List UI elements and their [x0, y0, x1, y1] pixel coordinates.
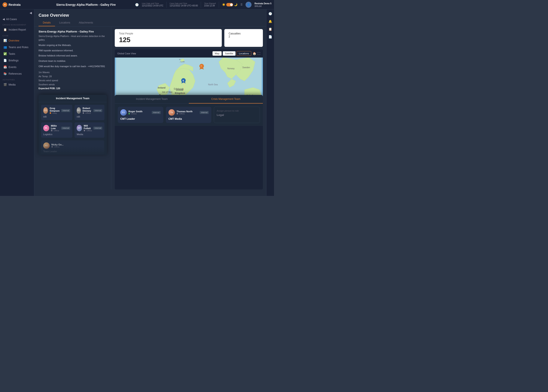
briefings-icon: 📄: [3, 59, 7, 62]
tab-locations[interactable]: Locations: [55, 20, 74, 26]
case-datetime: Case Date and Time 12/12/2022 14:59 UTC+…: [170, 2, 198, 7]
team-member-greg: GS Greg Simpson Away I: [41, 105, 72, 120]
teams-tab-imt[interactable]: Incident Management Team: [115, 95, 189, 104]
member-name-millie: Millie Low: [51, 125, 61, 130]
sidebar-item-references[interactable]: 📚 References: [1, 70, 33, 77]
member-name-robert: Robert Denney: [83, 107, 93, 112]
member-name-nicky: Nicky Go...: [51, 143, 64, 146]
sidebar-collapse-btn[interactable]: ◀: [0, 9, 34, 16]
team-member-millie: ML Millie Low Offline: [41, 122, 72, 138]
global-case-label: Global Case View: [117, 52, 136, 55]
avatar-will: WF: [77, 125, 82, 131]
sign-out-link[interactable]: Sign out: [254, 5, 271, 7]
map-btn-locations[interactable]: Locations: [237, 51, 251, 56]
svg-text:Ireland: Ireland: [158, 86, 166, 89]
platform-title: Sierra Energy Alpha Platform - Galley Fi…: [37, 3, 135, 7]
casualties-label: Casualties: [229, 32, 259, 35]
assign-card-legal[interactable]: Assign person to role Legal: [214, 107, 260, 123]
right-panel-bell-icon[interactable]: 🔔: [267, 19, 273, 24]
right-panel-history-icon[interactable]: 🕐: [267, 11, 273, 16]
member-status-millie: Offline: [51, 130, 61, 132]
sidebar-item-tasks[interactable]: ✅ Tasks: [1, 51, 33, 57]
badge-robert: Internal: [93, 109, 102, 112]
member-name-will: Will Follett: [84, 125, 93, 130]
role-thomas: CMT Media: [168, 117, 209, 120]
team-member-robert: RD Robert Denney Offline: [74, 105, 104, 120]
member-name-roger: Roger Smith: [129, 110, 142, 113]
tab-details[interactable]: Details: [38, 20, 55, 26]
right-panel-clipboard-icon[interactable]: 📋: [267, 27, 273, 32]
overview-content: Sierra Energy Alpha Platform - Galley Fi…: [34, 27, 266, 189]
avatar-nicky: NG: [43, 142, 50, 149]
sidebar: ◀ ◀ All Cases CRISIS MANAGEMENT 📋 Incide…: [0, 9, 34, 196]
role-robert: HR: [77, 115, 102, 118]
svg-text:!: !: [201, 65, 202, 67]
sidebar-item-teams-roles[interactable]: 👥 Teams and Roles: [1, 44, 33, 50]
user-info: Restrata Demo 5 Sign out: [254, 2, 271, 7]
detail-panel: Sierra Energy Alpha Platform - Galley Fi…: [34, 27, 111, 189]
member-status-will: Offline: [84, 130, 93, 132]
case-notes: Muster ongoing at the lifeboats. RMI top…: [38, 43, 107, 68]
theme-toggle[interactable]: ☀️ 🌙: [222, 3, 238, 7]
sidebar-item-incident-report[interactable]: 📋 Incident Report: [1, 27, 33, 33]
note-4: Onshore team to mobilise.: [38, 59, 107, 63]
note-1: Muster ongoing at the lifeboats.: [38, 43, 107, 47]
avatar-thomas: TN: [168, 109, 175, 116]
total-people-label: Total People: [119, 32, 217, 35]
sidebar-item-media[interactable]: 🎬 Media: [1, 82, 33, 88]
waves: 1m Waves: [38, 70, 107, 74]
role-roger: CMT Leader: [120, 117, 161, 120]
all-cases-link[interactable]: ◀ All Cases: [0, 16, 34, 22]
member-status-roger: Online: [129, 113, 142, 115]
assign-role: Legal: [217, 113, 257, 117]
badge-millie: Internal: [61, 126, 70, 130]
user-datetime: User Date and Time 12/12/2022 14:59 UTC: [142, 2, 163, 7]
casualties-card: Casualties 2: [224, 29, 263, 47]
team-member-will: WF Will Follett Offline: [74, 122, 104, 138]
crisis-management-section: CRISIS MANAGEMENT: [0, 22, 34, 26]
map-controls: Map Satellite Locations: [212, 51, 251, 56]
tabs-row: Details Locations Attachments: [34, 20, 266, 27]
sidebar-item-overview[interactable]: 📊 Overview: [1, 37, 33, 44]
map-container[interactable]: Norway Sweden Denmark United Kingdom Edi…: [115, 57, 263, 126]
total-people-value: 125: [119, 36, 217, 44]
map-fullscreen-icon[interactable]: ⛶: [258, 52, 260, 55]
map-header: Global Case View Map Satellite Locations…: [115, 49, 263, 57]
teams-tabs: Incident Management Team Crisis Manageme…: [115, 95, 263, 104]
status-dot-away: [50, 112, 51, 114]
badge-will: Internal: [93, 126, 102, 130]
stats-row: Total People 125 Casualties 2: [111, 27, 266, 49]
avatar-millie: ML: [43, 125, 49, 131]
case-description: Sierra Energy Alpha Platform - Heat and …: [38, 35, 107, 42]
member-status-greg: Away: [50, 112, 61, 114]
svg-text:Isle of Man: Isle of Man: [162, 91, 173, 93]
time-elapsed: Time Elapsed 215d 12:39: [204, 2, 216, 7]
top-header: R Restrata Sierra Energy Alpha Platform …: [0, 0, 274, 9]
svg-text:Norway: Norway: [227, 67, 235, 70]
map-btn-satellite[interactable]: Satellite: [223, 51, 236, 56]
right-panel-doc-icon[interactable]: 📄: [267, 34, 273, 39]
main-layout: ◀ ◀ All Cases CRISIS MANAGEMENT 📋 Incide…: [0, 9, 274, 196]
toggle-track[interactable]: [226, 3, 233, 7]
map-btn-map[interactable]: Map: [212, 51, 222, 56]
teams-overlay-2: Incident Management Team Crisis Manageme…: [115, 95, 263, 126]
wind-speed: 5knots wind speed: [38, 78, 107, 83]
logo-area: R Restrata: [3, 2, 37, 7]
teams-overlay-1-title: Incident Management Team: [38, 95, 107, 102]
tab-attachments[interactable]: Attachments: [74, 20, 97, 26]
role-millie: Logistics: [43, 133, 70, 136]
toggle-thumb: [230, 3, 233, 6]
expected-pob: Expected POB: 120: [38, 86, 107, 91]
member-name-greg: Greg Simpson: [50, 107, 61, 112]
note-2: RMI topside assistance informed.: [38, 49, 107, 53]
page-title: Case Overview: [38, 13, 262, 18]
apps-grid-icon[interactable]: ⠿: [240, 3, 243, 7]
svg-point-28: [200, 64, 204, 68]
teams-tab-cmt[interactable]: Crisis Management Team: [189, 95, 263, 104]
sidebar-item-events[interactable]: 📅 Events: [1, 64, 33, 70]
sidebar-item-briefings[interactable]: 📄 Briefings: [1, 57, 33, 63]
map-home-icon[interactable]: 🏠: [252, 52, 256, 55]
member-name-thomas: Thomas North: [177, 110, 193, 113]
logo-text: Restrata: [8, 3, 21, 7]
casualties-value: 2: [229, 35, 259, 38]
